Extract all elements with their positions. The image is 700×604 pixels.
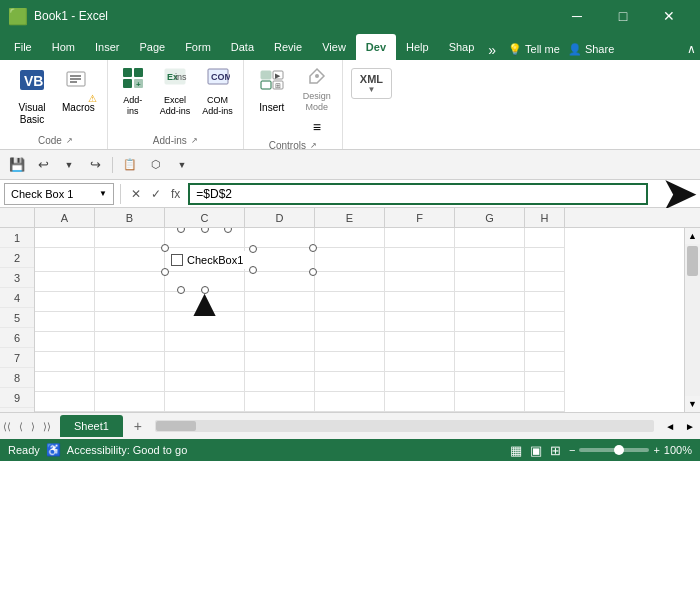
- cell-d7[interactable]: [245, 352, 315, 372]
- zoom-in-button[interactable]: +: [653, 444, 659, 456]
- tell-me[interactable]: 💡 Tell me: [508, 43, 560, 56]
- cell-f5[interactable]: [385, 312, 455, 332]
- row-num-7[interactable]: 7: [0, 348, 34, 368]
- cell-e1[interactable]: [315, 228, 385, 248]
- col-header-f[interactable]: F: [385, 208, 455, 228]
- cell-d4[interactable]: [245, 292, 315, 312]
- cell-f2[interactable]: [385, 248, 455, 272]
- undo-arrow[interactable]: ▼: [58, 154, 80, 176]
- cell-g4[interactable]: [455, 292, 525, 312]
- confirm-formula-button[interactable]: ✓: [147, 185, 165, 203]
- cell-c6[interactable]: [165, 332, 245, 352]
- cell-d8[interactable]: [245, 372, 315, 392]
- cell-c4[interactable]: ▲: [165, 292, 245, 312]
- cell-f4[interactable]: [385, 292, 455, 312]
- tab-help[interactable]: Help: [396, 34, 439, 60]
- properties-button[interactable]: ≡: [298, 117, 336, 138]
- cell-a6[interactable]: [35, 332, 95, 352]
- sheet-nav-last[interactable]: ⟩⟩: [40, 419, 54, 434]
- shapes-button[interactable]: ⬡: [145, 154, 167, 176]
- cell-f6[interactable]: [385, 332, 455, 352]
- h-scrollbar-track[interactable]: [155, 420, 654, 432]
- row-num-6[interactable]: 6: [0, 328, 34, 348]
- tab-file[interactable]: File: [4, 34, 42, 60]
- com-add-ins-button[interactable]: COM COMAdd-ins: [198, 64, 237, 119]
- cell-f7[interactable]: [385, 352, 455, 372]
- cell-d9[interactable]: [245, 392, 315, 412]
- sheet-nav-prev[interactable]: ⟨: [16, 419, 26, 434]
- cell-b8[interactable]: [95, 372, 165, 392]
- cell-b7[interactable]: [95, 352, 165, 372]
- handle-left-bottom[interactable]: [161, 268, 169, 276]
- scroll-down-button[interactable]: ▼: [685, 396, 700, 412]
- row-num-8[interactable]: 8: [0, 368, 34, 388]
- maximize-button[interactable]: □: [600, 0, 646, 32]
- col-header-c[interactable]: C: [165, 208, 245, 228]
- cell-e2[interactable]: [315, 248, 385, 272]
- cell-b4[interactable]: [95, 292, 165, 312]
- cell-a4[interactable]: [35, 292, 95, 312]
- qat-more[interactable]: ▼: [171, 154, 193, 176]
- save-button[interactable]: 💾: [6, 154, 28, 176]
- ribbon-collapse[interactable]: ∧: [687, 42, 696, 56]
- cell-a5[interactable]: [35, 312, 95, 332]
- cell-b3[interactable]: [95, 272, 165, 292]
- cell-h5[interactable]: [525, 312, 565, 332]
- cell-g1[interactable]: [455, 228, 525, 248]
- row-num-4[interactable]: 4: [0, 288, 34, 308]
- cell-a8[interactable]: [35, 372, 95, 392]
- tab-developer[interactable]: Dev: [356, 34, 396, 60]
- h-scroll-left[interactable]: ◄: [660, 419, 680, 434]
- cell-b5[interactable]: [95, 312, 165, 332]
- macros-button[interactable]: ⚠ Macros: [56, 64, 101, 118]
- cell-b6[interactable]: [95, 332, 165, 352]
- cell-e9[interactable]: [315, 392, 385, 412]
- cell-b9[interactable]: [95, 392, 165, 412]
- controls-group-arrow[interactable]: ↗: [310, 141, 317, 150]
- cell-h6[interactable]: [525, 332, 565, 352]
- sheet-tab-sheet1[interactable]: Sheet1: [60, 415, 123, 437]
- code-group-arrow[interactable]: ↗: [66, 136, 73, 145]
- xml-button[interactable]: XML ▼: [351, 68, 392, 99]
- cell-h1[interactable]: [525, 228, 565, 248]
- scroll-up-button[interactable]: ▲: [685, 228, 700, 244]
- cell-a1[interactable]: [35, 228, 95, 248]
- checkbox-control[interactable]: CheckBox1: [165, 244, 313, 276]
- cell-g3[interactable]: [455, 272, 525, 292]
- cell-g8[interactable]: [455, 372, 525, 392]
- row-num-9[interactable]: 9: [0, 388, 34, 408]
- cell-e3[interactable]: [315, 272, 385, 292]
- cell-e7[interactable]: [315, 352, 385, 372]
- handle-right-bottom[interactable]: [309, 268, 317, 276]
- tab-review[interactable]: Revie: [264, 34, 312, 60]
- h-scrollbar-thumb[interactable]: [156, 421, 196, 431]
- view-pagebreak-button[interactable]: ⊞: [550, 443, 561, 458]
- close-button[interactable]: ✕: [646, 0, 692, 32]
- cell-g9[interactable]: [455, 392, 525, 412]
- h-scroll-right[interactable]: ►: [680, 419, 700, 434]
- cell-d6[interactable]: [245, 332, 315, 352]
- undo-button[interactable]: ↩: [32, 154, 54, 176]
- share-btn[interactable]: 👤 Share: [568, 43, 614, 56]
- cell-b2[interactable]: [95, 248, 165, 272]
- cell-g7[interactable]: [455, 352, 525, 372]
- cell-h3[interactable]: [525, 272, 565, 292]
- cell-g6[interactable]: [455, 332, 525, 352]
- zoom-slider[interactable]: [579, 448, 649, 452]
- cell-b1[interactable]: [95, 228, 165, 248]
- view-layout-button[interactable]: ▣: [530, 443, 542, 458]
- right-scrollbar[interactable]: ▲ ▼: [684, 228, 700, 412]
- formula-input[interactable]: =$D$2: [188, 183, 648, 205]
- cell-h4[interactable]: [525, 292, 565, 312]
- cell-h8[interactable]: [525, 372, 565, 392]
- col-header-d[interactable]: D: [245, 208, 315, 228]
- minimize-button[interactable]: ─: [554, 0, 600, 32]
- cancel-formula-button[interactable]: ✕: [127, 185, 145, 203]
- cell-g5[interactable]: [455, 312, 525, 332]
- col-header-b[interactable]: B: [95, 208, 165, 228]
- handle-right-top[interactable]: [309, 244, 317, 252]
- insert-button[interactable]: ▶ ⊞ Insert: [250, 64, 294, 118]
- scroll-thumb[interactable]: [687, 246, 698, 276]
- add-sheet-button[interactable]: +: [127, 415, 149, 437]
- cell-h9[interactable]: [525, 392, 565, 412]
